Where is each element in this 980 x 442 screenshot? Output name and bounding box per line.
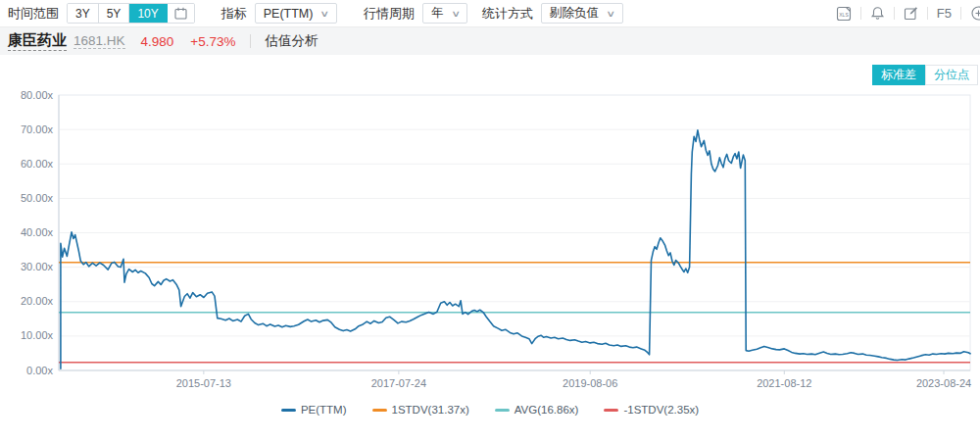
chevron-down-icon: ∨ bbox=[606, 9, 615, 19]
top-toolbar: 时间范围 3Y 5Y 10Y 指标 PE(TTM) ∨ 行情周期 年 ∨ 统计方… bbox=[0, 0, 980, 27]
x-axis-tick-label: 2019-08-06 bbox=[563, 377, 617, 389]
divider bbox=[250, 34, 251, 48]
stat-method-value: 剔除负值 bbox=[550, 5, 599, 22]
range-button-3y[interactable]: 3Y bbox=[68, 4, 99, 23]
legend-dash-icon bbox=[281, 409, 296, 412]
edit-button[interactable] bbox=[895, 6, 927, 21]
legend-label: AVG(16.86x) bbox=[514, 404, 579, 416]
y-axis-tick-label: 60.00x bbox=[21, 158, 54, 170]
stock-code[interactable]: 1681.HK bbox=[74, 33, 125, 49]
edit-pencil-icon bbox=[904, 6, 918, 21]
stock-change-percent: +5.73% bbox=[190, 34, 235, 49]
plus-circle-icon bbox=[970, 5, 980, 22]
y-axis-tick-label: 70.00x bbox=[21, 123, 54, 135]
period-label: 行情周期 bbox=[364, 5, 415, 23]
legend-label: 1STDV(31.37x) bbox=[392, 404, 469, 416]
range-button-10y[interactable]: 10Y bbox=[129, 4, 167, 23]
custom-date-button[interactable] bbox=[168, 4, 194, 23]
time-range-group: 3Y 5Y 10Y bbox=[67, 3, 195, 24]
tab-valuation-analysis[interactable]: 估值分析 bbox=[266, 32, 318, 50]
xls-icon: XLS bbox=[839, 12, 849, 18]
refresh-f5-button[interactable]: F5 bbox=[928, 6, 960, 21]
legend-dash-icon bbox=[372, 409, 387, 412]
stock-price: 4.980 bbox=[141, 34, 174, 49]
chevron-down-icon: ∨ bbox=[320, 9, 330, 19]
legend-label: PE(TTM) bbox=[301, 404, 347, 416]
legend-item[interactable]: AVG(16.86x) bbox=[495, 404, 579, 416]
range-button-5y[interactable]: 5Y bbox=[99, 4, 130, 23]
export-xls-button[interactable]: XLS bbox=[827, 6, 860, 22]
y-axis-tick-label: 80.00x bbox=[21, 89, 54, 101]
x-axis-tick-label: 2023-08-24 bbox=[916, 377, 971, 389]
indicator-value: PE(TTM) bbox=[264, 7, 314, 21]
stock-header-row: 康臣药业 1681.HK 4.980 +5.73% 估值分析 bbox=[0, 27, 980, 55]
y-axis-tick-label: 0.00x bbox=[26, 365, 53, 376]
stat-method-label: 统计方式 bbox=[482, 5, 533, 23]
legend-item[interactable]: PE(TTM) bbox=[281, 404, 347, 416]
x-axis: 2015-07-132017-07-242019-08-062021-08-12… bbox=[176, 370, 971, 389]
calendar-icon bbox=[174, 7, 187, 20]
zoom-in-button[interactable] bbox=[961, 5, 980, 22]
pe-valuation-chart: 0.00x10.00x20.00x30.00x40.00x50.00x60.00… bbox=[0, 86, 980, 400]
bell-icon bbox=[870, 6, 885, 21]
chart-legend: PE(TTM)1STDV(31.37x)AVG(16.86x)-1STDV(2.… bbox=[0, 401, 980, 418]
period-value: 年 bbox=[431, 5, 444, 22]
x-axis-tick-label: 2015-07-13 bbox=[176, 377, 231, 389]
x-axis-tick-label: 2017-07-24 bbox=[371, 377, 426, 389]
y-axis-tick-label: 10.00x bbox=[21, 329, 54, 341]
indicator-select[interactable]: PE(TTM) ∨ bbox=[255, 3, 337, 24]
quantile-button[interactable]: 分位点 bbox=[925, 65, 978, 85]
legend-dash-icon bbox=[495, 409, 510, 412]
legend-dash-icon bbox=[604, 409, 618, 412]
band-mode-toggle: 标准差 分位点 bbox=[872, 65, 978, 85]
toolbar-actions: XLS F5 bbox=[827, 0, 980, 27]
legend-item[interactable]: 1STDV(31.37x) bbox=[372, 404, 469, 416]
alert-button[interactable] bbox=[861, 6, 894, 21]
legend-label: -1STDV(2.35x) bbox=[623, 404, 699, 416]
f5-label: F5 bbox=[937, 6, 952, 21]
time-range-label: 时间范围 bbox=[8, 5, 59, 23]
y-axis-tick-label: 30.00x bbox=[21, 261, 54, 272]
std-deviation-button[interactable]: 标准差 bbox=[872, 65, 925, 85]
legend-item[interactable]: -1STDV(2.35x) bbox=[604, 404, 699, 416]
y-axis-tick-label: 20.00x bbox=[21, 295, 54, 307]
chevron-down-icon: ∨ bbox=[451, 9, 461, 19]
period-select[interactable]: 年 ∨ bbox=[422, 3, 467, 24]
indicator-label: 指标 bbox=[221, 5, 247, 23]
y-axis-tick-label: 40.00x bbox=[21, 226, 54, 238]
y-axis-tick-label: 50.00x bbox=[21, 192, 54, 204]
stock-name[interactable]: 康臣药业 bbox=[8, 31, 67, 51]
x-axis-tick-label: 2021-08-12 bbox=[757, 377, 811, 389]
stat-method-select[interactable]: 剔除负值 ∨ bbox=[541, 3, 623, 24]
